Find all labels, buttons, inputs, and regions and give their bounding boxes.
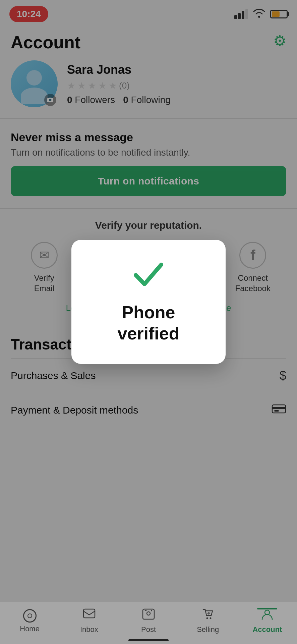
modal-title: Phoneverified (118, 302, 180, 344)
checkmark-icon (132, 260, 165, 295)
modal-overlay[interactable]: Phoneverified (0, 0, 297, 644)
phone-verified-modal: Phoneverified (71, 240, 226, 364)
